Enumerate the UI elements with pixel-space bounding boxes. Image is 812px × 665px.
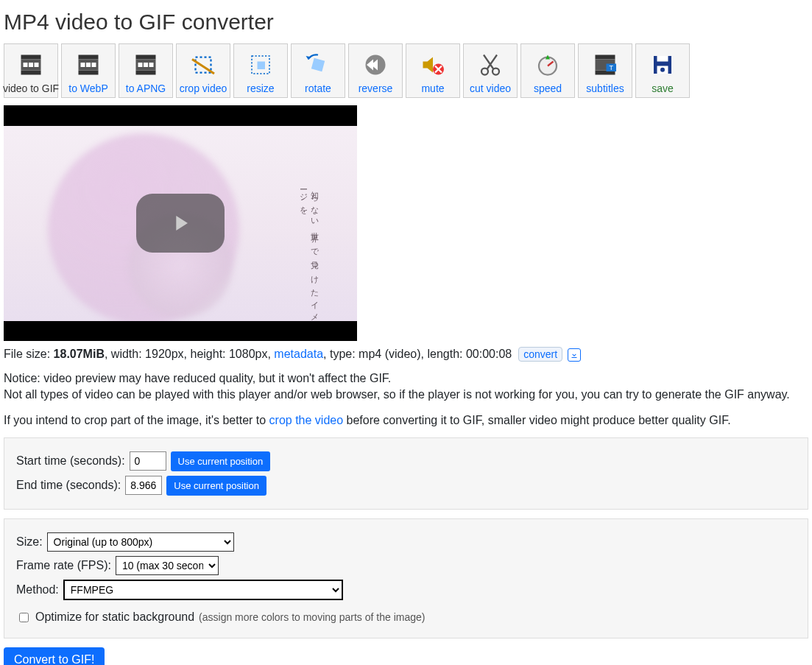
tool-speed[interactable]: speed: [520, 43, 575, 98]
to-webp-icon: [74, 52, 103, 78]
save-icon: [648, 52, 677, 78]
file-size-value: 18.07MiB: [54, 348, 105, 360]
tool-label-rotate: rotate: [305, 82, 331, 94]
rotate-icon: [303, 52, 333, 78]
tool-to-webp[interactable]: to WebP: [61, 43, 116, 98]
play-button[interactable]: [136, 194, 225, 253]
mute-icon: [418, 52, 448, 78]
speed-icon: [533, 52, 562, 78]
length-label: , length:: [421, 348, 466, 360]
tool-label-save: save: [652, 82, 674, 94]
use-current-end-button[interactable]: Use current position: [166, 476, 266, 496]
svg-rect-9: [81, 63, 85, 67]
video-to-gif-icon: [16, 52, 46, 78]
start-time-input[interactable]: [130, 451, 166, 471]
svg-point-35: [660, 68, 665, 72]
svg-rect-13: [136, 71, 156, 75]
tool-label-speed: speed: [534, 82, 562, 94]
tool-label-to-apng: to APNG: [126, 82, 166, 94]
start-time-label: Start time (seconds):: [16, 454, 125, 468]
tool-label-to-webp: to WebP: [68, 82, 107, 94]
svg-rect-10: [86, 63, 91, 67]
notice-line-2: Not all types of video can be played wit…: [4, 387, 808, 403]
tool-label-cut-video: cut video: [470, 82, 511, 94]
crop-tip: If you intend to crop part of the image,…: [4, 414, 808, 427]
tool-label-reverse: reverse: [359, 82, 393, 94]
optimize-label: Optimize for static background: [35, 611, 194, 624]
svg-rect-15: [138, 63, 143, 67]
end-time-input[interactable]: [125, 476, 162, 495]
toolbar: video to GIFto WebPto APNGcrop videoresi…: [4, 43, 808, 98]
svg-rect-27: [596, 55, 615, 60]
height-value: 1080px: [229, 348, 268, 360]
tool-reverse[interactable]: reverse: [348, 43, 403, 98]
svg-rect-20: [258, 62, 266, 70]
svg-text:T: T: [610, 64, 614, 71]
page-title: MP4 video to GIF converter: [4, 10, 808, 35]
video-preview[interactable]: 知らない世界 で見つけたイメージを: [4, 105, 357, 341]
convert-to-gif-button[interactable]: Convert to GIF!: [4, 647, 105, 665]
svg-rect-16: [144, 63, 148, 67]
reverse-icon: [361, 52, 390, 78]
tool-mute[interactable]: mute: [406, 43, 460, 98]
tool-resize[interactable]: resize: [233, 43, 288, 98]
tool-label-video-to-gif: video to GIF: [3, 82, 59, 94]
svg-rect-4: [29, 63, 33, 67]
svg-rect-5: [35, 63, 39, 67]
svg-rect-0: [21, 55, 41, 60]
svg-rect-3: [24, 63, 28, 67]
size-label: Size:: [16, 535, 43, 549]
tool-label-resize: resize: [247, 82, 274, 94]
tool-crop-video[interactable]: crop video: [176, 43, 230, 98]
svg-rect-21: [311, 58, 325, 71]
notice-line-1: Notice: video preview may have reduced q…: [4, 370, 808, 387]
play-icon: [168, 211, 193, 236]
end-time-label: End time (seconds):: [16, 479, 121, 492]
notice-block: Notice: video preview may have reduced q…: [4, 370, 808, 404]
to-apng-icon: [131, 52, 160, 78]
type-label: , type:: [323, 348, 359, 360]
tool-rotate[interactable]: rotate: [291, 43, 345, 98]
svg-rect-11: [92, 63, 96, 67]
tool-video-to-gif[interactable]: video to GIF: [4, 43, 58, 98]
svg-rect-6: [79, 55, 99, 60]
svg-rect-7: [79, 71, 99, 75]
tool-label-crop-video: crop video: [180, 82, 227, 94]
tool-save[interactable]: save: [635, 43, 690, 98]
size-select[interactable]: Original (up to 800px): [47, 532, 234, 552]
method-select[interactable]: FFMPEG: [63, 580, 343, 600]
thumbnail-text: 知らない世界 で見つけたイメージを: [298, 185, 320, 321]
tool-subtitles[interactable]: Tsubtitles: [578, 43, 632, 98]
height-label: , height:: [184, 348, 229, 360]
crop-video-icon: [188, 52, 218, 78]
crop-video-link[interactable]: crop the video: [269, 414, 344, 426]
width-label: , width:: [105, 348, 145, 360]
length-value: 00:00:08: [466, 348, 512, 360]
download-icon[interactable]: [568, 348, 581, 362]
svg-rect-17: [149, 63, 154, 67]
tool-label-subtitles: subtitles: [586, 82, 624, 94]
fps-label: Frame rate (FPS):: [16, 559, 111, 572]
tool-label-mute: mute: [421, 82, 444, 94]
resize-icon: [246, 52, 275, 78]
crop-tip-after: before converting it to GIF, smaller vid…: [343, 414, 730, 426]
fps-select[interactable]: 10 (max 30 seconds): [116, 556, 219, 575]
method-label: Method:: [16, 583, 59, 597]
options-panel: Size: Original (up to 800px) Frame rate …: [4, 518, 808, 638]
optimize-hint: (assign more colors to moving parts of t…: [199, 611, 425, 623]
optimize-checkbox[interactable]: [19, 613, 29, 622]
subtitles-icon: T: [590, 52, 620, 78]
width-value: 1920px: [145, 348, 184, 360]
tool-cut-video[interactable]: cut video: [463, 43, 518, 98]
metadata-link[interactable]: metadata: [274, 348, 323, 360]
crop-tip-before: If you intend to crop part of the image,…: [4, 414, 269, 426]
use-current-start-button[interactable]: Use current position: [171, 451, 271, 471]
svg-rect-12: [136, 55, 156, 60]
type-value: mp4 (video): [359, 348, 420, 360]
tool-to-apng[interactable]: to APNG: [119, 43, 173, 98]
cut-video-icon: [476, 52, 505, 78]
time-panel: Start time (seconds): Use current positi…: [4, 437, 808, 510]
convert-button[interactable]: convert: [518, 347, 562, 362]
svg-rect-33: [657, 56, 668, 62]
file-meta-line: File size: 18.07MiB, width: 1920px, heig…: [4, 347, 808, 362]
